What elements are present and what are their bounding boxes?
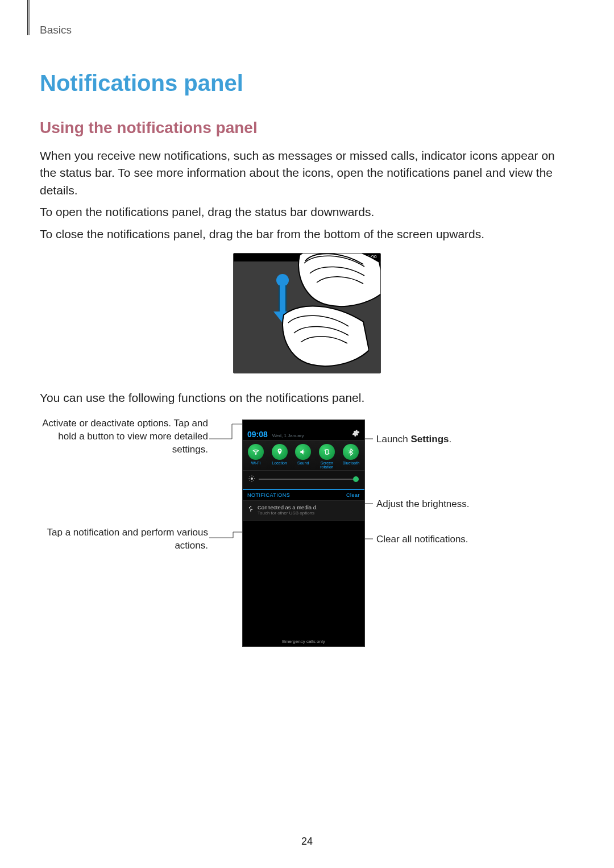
body-paragraph: When you receive new notifications, such… xyxy=(40,147,574,199)
svg-line-25 xyxy=(250,480,250,481)
running-header: Basics xyxy=(40,24,574,36)
notifications-header: NOTIFICATIONS Clear xyxy=(243,490,364,501)
wifi-icon xyxy=(248,444,264,460)
section-heading: Using the notifications panel xyxy=(40,119,574,137)
svg-line-23 xyxy=(250,476,250,477)
brightness-icon xyxy=(248,474,255,484)
bluetooth-icon xyxy=(343,444,359,460)
callout-text: Launch xyxy=(376,434,411,445)
margin-rule xyxy=(30,0,30,35)
toggle-label: Wi-Fi xyxy=(251,461,260,465)
notifications-label: NOTIFICATIONS xyxy=(247,492,290,498)
toggle-wifi[interactable]: Wi-Fi xyxy=(248,444,264,469)
svg-point-16 xyxy=(255,453,256,454)
panel-date: Wed, 1 January xyxy=(272,433,304,438)
page-title: Notifications panel xyxy=(40,70,574,96)
quick-settings-row: Wi-Fi Location Sound Screen rotation Blu… xyxy=(243,440,364,471)
callout-brightness: Adjust the brightness. xyxy=(376,498,536,511)
panel-header: 09:08 Wed, 1 January xyxy=(243,427,364,440)
notification-subtitle: Touch for other USB options xyxy=(258,510,318,516)
callout-text: . xyxy=(449,434,452,445)
hand-bottom-icon xyxy=(272,305,369,373)
gesture-figure: 10:00 xyxy=(233,253,381,373)
svg-line-24 xyxy=(254,480,254,481)
toggle-label: Sound xyxy=(297,461,309,465)
usb-icon xyxy=(247,504,254,516)
svg-point-18 xyxy=(251,477,253,480)
toggle-location[interactable]: Location xyxy=(272,444,288,469)
callout-notification-tap: Tap a notification and perform various a… xyxy=(40,526,208,553)
toggle-sound[interactable]: Sound xyxy=(295,444,311,469)
gear-icon[interactable] xyxy=(352,429,360,439)
callout-quick-settings: Activate or deactivate options. Tap and … xyxy=(40,417,208,456)
notification-text: Connected as a media d. Touch for other … xyxy=(258,504,318,516)
rotation-icon xyxy=(319,444,335,460)
panel-footer-text: Emergency calls only xyxy=(243,639,364,644)
slider-thumb[interactable] xyxy=(353,476,359,482)
location-icon xyxy=(272,444,288,460)
notification-item[interactable]: Connected as a media d. Touch for other … xyxy=(243,501,364,521)
annotated-figure: 09:08 Wed, 1 January Wi-Fi Location xyxy=(40,415,574,659)
toggle-label: Bluetooth xyxy=(343,461,360,465)
callout-clear: Clear all notifications. xyxy=(376,533,536,546)
margin-rule xyxy=(27,0,28,35)
callout-bold: Settings xyxy=(411,434,449,445)
gesture-figure-wrap: 10:00 xyxy=(40,253,574,373)
svg-rect-17 xyxy=(326,450,329,454)
brightness-row[interactable] xyxy=(243,471,364,490)
toggle-label: Location xyxy=(272,461,287,465)
panel-time: 09:08 xyxy=(247,430,268,439)
body-paragraph: To close the notifications panel, drag t… xyxy=(40,226,574,243)
callout-settings: Launch Settings. xyxy=(376,433,536,446)
toggle-bluetooth[interactable]: Bluetooth xyxy=(343,444,360,469)
body-paragraph: To open the notifications panel, drag th… xyxy=(40,203,574,221)
manual-page: Basics Notifications panel Using the not… xyxy=(0,0,614,868)
toggle-rotation[interactable]: Screen rotation xyxy=(319,444,335,469)
sound-icon xyxy=(295,444,311,460)
clear-button[interactable]: Clear xyxy=(346,492,360,498)
notification-title: Connected as a media d. xyxy=(258,504,318,510)
status-bar xyxy=(243,420,364,427)
brightness-slider[interactable] xyxy=(259,479,359,480)
body-paragraph: You can use the following functions on t… xyxy=(40,389,574,406)
page-number: 24 xyxy=(0,836,614,848)
toggle-label: Screen rotation xyxy=(320,461,333,469)
phone-screenshot: 09:08 Wed, 1 January Wi-Fi Location xyxy=(242,420,365,647)
svg-line-26 xyxy=(254,476,254,477)
